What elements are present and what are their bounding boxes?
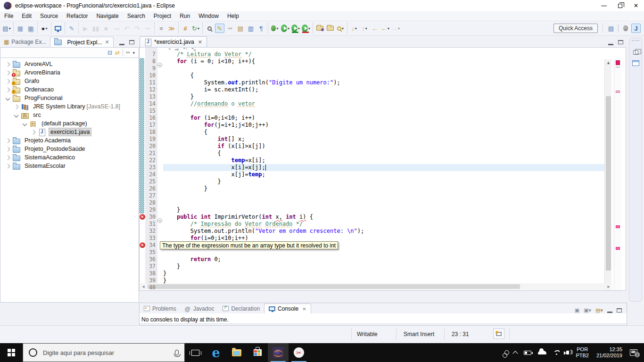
inactive-dots-icon[interactable]: •• bbox=[225, 24, 235, 33]
open-project-icon[interactable] bbox=[325, 24, 335, 33]
back-history-icon[interactable]: ←▾ bbox=[380, 24, 390, 33]
user-account-icon[interactable]: ●▾ bbox=[40, 24, 49, 33]
perspective-java-icon[interactable]: J bbox=[631, 24, 641, 33]
restore-button[interactable] bbox=[612, 0, 628, 11]
suspend-icon[interactable]: ▮▮ bbox=[91, 24, 100, 33]
vertical-scroll-thumb[interactable] bbox=[606, 96, 611, 271]
code-line-10[interactable]: 10 { bbox=[140, 72, 364, 79]
step-return-icon[interactable]: ↪ bbox=[143, 24, 152, 33]
search-torch-icon[interactable]: ▾ bbox=[336, 24, 345, 33]
scroll-right-icon[interactable]: ▸ bbox=[605, 283, 612, 290]
console-tab-problems[interactable]: Problems bbox=[140, 304, 181, 313]
overview-mark[interactable] bbox=[616, 90, 620, 93]
code-line-26[interactable]: 26 } bbox=[140, 185, 364, 192]
pin-console-icon[interactable]: ▣ bbox=[575, 307, 579, 313]
tab-project-explorer[interactable]: Project Expl... ✕ bbox=[50, 37, 113, 47]
new-java-package-icon[interactable]: # bbox=[181, 24, 190, 33]
next-annotation-icon[interactable]: ↓▾ bbox=[349, 24, 359, 33]
menu-file[interactable]: File bbox=[0, 12, 17, 20]
chevron-right-icon[interactable] bbox=[6, 138, 10, 143]
tree-item-grafo[interactable]: !Grafo bbox=[0, 77, 139, 85]
action-center-icon[interactable]: 2 bbox=[630, 349, 637, 356]
maximize-editor-button[interactable] bbox=[618, 40, 623, 44]
code-line-11[interactable]: 11 System.out.println("Digite um numero:… bbox=[140, 79, 364, 86]
link-with-editor-icon[interactable]: ⇄ bbox=[115, 49, 120, 56]
code-line-12[interactable]: 12 i= sc.nextInt(); bbox=[140, 86, 364, 93]
debug-icon[interactable]: ▾ bbox=[270, 24, 280, 33]
step-into-icon[interactable]: ↶ bbox=[122, 24, 132, 33]
last-edit-location-icon[interactable]: ← bbox=[370, 24, 380, 33]
edge-button[interactable]: e bbox=[206, 343, 226, 362]
tree-item-arvorebinaria[interactable]: ×ArvoreBinaria bbox=[0, 68, 139, 77]
tab-package-explorer[interactable]: ▦ Package Ex... bbox=[0, 37, 50, 47]
forward-history-icon[interactable]: →▾ bbox=[391, 24, 400, 33]
status-launch-icon[interactable] bbox=[493, 329, 504, 339]
minimize-editor-button[interactable] bbox=[608, 44, 613, 45]
console-tab-console[interactable]: Console✕ bbox=[264, 304, 311, 313]
file-explorer-button[interactable] bbox=[226, 343, 247, 362]
clock[interactable]: 12:3521/02/2019 bbox=[596, 346, 622, 359]
chevron-right-icon[interactable] bbox=[6, 62, 10, 66]
tree-item-sistemaacademico[interactable]: SistemaAcademico bbox=[0, 153, 139, 162]
overview-ruler[interactable] bbox=[614, 59, 621, 291]
code-line-18[interactable]: 18 { bbox=[140, 129, 364, 136]
menu-search[interactable]: Search bbox=[123, 12, 149, 20]
coverage-icon[interactable]: ▾ bbox=[291, 24, 300, 33]
overview-mark[interactable] bbox=[616, 66, 620, 68]
save-icon[interactable]: ▦ bbox=[16, 24, 25, 33]
chevron-down-icon[interactable] bbox=[14, 113, 19, 117]
code-line-23[interactable]: 23 x[i]=x[j]; bbox=[140, 164, 364, 171]
minimize-console-button[interactable] bbox=[607, 312, 612, 313]
code-line-36[interactable]: 36 return 0; bbox=[140, 256, 364, 263]
eclipse-taskbar-button[interactable] bbox=[268, 343, 289, 362]
profile-icon[interactable]: ▾ bbox=[301, 24, 311, 33]
strip-grip[interactable] bbox=[632, 40, 639, 44]
collapse-all-icon[interactable]: ⊟ bbox=[107, 49, 112, 56]
code-line-33[interactable]: 33 for(i=0;i<10;i++) bbox=[140, 235, 364, 242]
close-tab-icon[interactable]: ✕ bbox=[105, 39, 109, 45]
tree-item-sistemaescolar[interactable]: SistemaEscolar bbox=[0, 162, 139, 170]
onedrive-icon[interactable] bbox=[538, 351, 546, 354]
close-console-tab-icon[interactable]: ✕ bbox=[302, 306, 306, 312]
wifi-icon[interactable] bbox=[553, 350, 560, 355]
chevron-right-icon[interactable] bbox=[31, 130, 36, 134]
start-button[interactable] bbox=[0, 343, 23, 362]
chevron-right-icon[interactable] bbox=[6, 155, 10, 160]
plug-search-icon[interactable] bbox=[205, 24, 214, 33]
code-line-37[interactable]: 37 } bbox=[140, 263, 364, 270]
open-console-dropdown-icon[interactable]: ▤▾ bbox=[595, 307, 603, 313]
volume-icon[interactable] bbox=[566, 351, 569, 354]
menu-window[interactable]: Window bbox=[194, 12, 223, 20]
chevron-down-icon[interactable] bbox=[6, 96, 10, 100]
code-editor[interactable]: ‶ ʺ˟ ˝ˊ ˜˞ 7 /* Leitura do Vetor */8 for… bbox=[139, 47, 626, 291]
minimize-button[interactable]: — bbox=[596, 0, 612, 11]
close-button[interactable]: ✕ bbox=[628, 0, 644, 11]
vertical-scrollbar[interactable]: ▲ ▼ bbox=[604, 59, 611, 291]
import-project-icon[interactable] bbox=[315, 24, 324, 33]
open-perspective-icon[interactable]: ▤ bbox=[606, 24, 616, 33]
prev-annotation-icon[interactable]: ↑▾ bbox=[360, 24, 369, 33]
people-icon[interactable] bbox=[504, 350, 509, 355]
menu-run[interactable]: Run bbox=[175, 12, 194, 20]
code-line-38[interactable]: 38} bbox=[140, 270, 364, 277]
open-console-icon[interactable] bbox=[53, 24, 63, 33]
maximize-view-button[interactable] bbox=[129, 40, 134, 44]
code-line-16[interactable]: 16 for (i=0;i<10; i++) bbox=[140, 115, 364, 122]
outline-view-icon[interactable] bbox=[632, 60, 639, 66]
quick-access-box[interactable]: Quick Access bbox=[553, 24, 598, 33]
view-menu-icon[interactable]: ▾ bbox=[132, 50, 135, 55]
tree-item-exerc-cio1-java[interactable]: exercício1.java bbox=[0, 128, 139, 136]
terminate-icon[interactable]: ■ bbox=[101, 24, 111, 33]
chevron-right-icon[interactable] bbox=[14, 104, 19, 109]
taskbar-search-input[interactable]: Digite aqui para pesquisar bbox=[23, 343, 185, 362]
console-tab-javadoc[interactable]: Javadoc bbox=[181, 304, 219, 313]
code-line-35[interactable]: 35 bbox=[140, 249, 364, 256]
snipping-tool-button[interactable]: ✂ bbox=[289, 343, 309, 362]
minimize-view-button[interactable] bbox=[119, 44, 124, 45]
tree-item-src[interactable]: src bbox=[0, 111, 139, 119]
code-line-7[interactable]: 7 /* Leitura do Vetor */ bbox=[140, 51, 364, 58]
open-task-icon[interactable]: ▤ bbox=[236, 24, 245, 33]
code-line-27[interactable]: 27 bbox=[140, 192, 364, 199]
console-tab-declaration[interactable]: Declaration bbox=[218, 304, 264, 313]
chevron-down-icon[interactable] bbox=[23, 121, 27, 126]
